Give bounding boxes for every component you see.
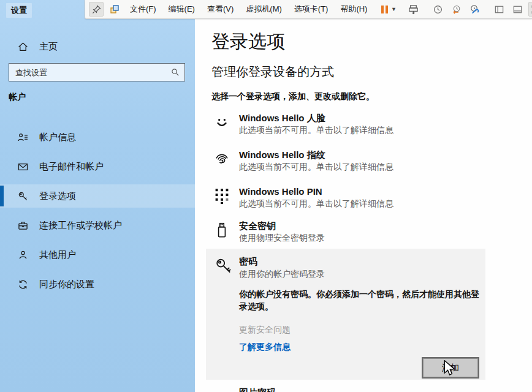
option-hello-fingerprint[interactable]: Windows Hello 指纹 此选项当前不可用。单击以了解详细信息 bbox=[211, 149, 500, 181]
pause-icon bbox=[381, 6, 388, 13]
fullscreen-button[interactable] bbox=[528, 2, 532, 17]
sidebar-item-work-school[interactable]: 连接工作或学校帐户 bbox=[0, 214, 195, 237]
update-security-questions-link[interactable]: 更新安全问题 bbox=[239, 325, 291, 336]
mail-icon bbox=[17, 161, 28, 172]
search-icon[interactable] bbox=[169, 68, 182, 77]
manage-snapshots-button[interactable] bbox=[467, 2, 482, 17]
revert-snapshot-button[interactable] bbox=[449, 2, 463, 17]
option-password[interactable]: 密码 使用你的帐户密码登录 bbox=[206, 249, 485, 283]
page-subtitle: 管理你登录设备的方式 bbox=[211, 64, 334, 80]
sidebar-item-label: 电子邮件和帐户 bbox=[39, 161, 104, 173]
option-title: Windows Hello PIN bbox=[239, 186, 322, 197]
search-input[interactable] bbox=[9, 68, 169, 77]
selected-accent-bar bbox=[0, 186, 4, 206]
person-icon bbox=[17, 249, 28, 260]
sidebar-item-email-accounts[interactable]: 电子邮件和帐户 bbox=[0, 155, 195, 178]
option-desc: 此选项当前不可用。单击以了解详细信息 bbox=[239, 198, 393, 209]
take-snapshot-button[interactable] bbox=[430, 2, 445, 17]
sidebar-item-sync-settings[interactable]: 同步你的设置 bbox=[0, 273, 195, 296]
option-desc: 使用你的帐户密码登录 bbox=[239, 269, 325, 280]
key-icon bbox=[17, 190, 28, 202]
tabs-icon[interactable] bbox=[107, 2, 122, 17]
menu-view[interactable]: 查看(V) bbox=[203, 4, 238, 15]
sidebar-item-label: 登录选项 bbox=[39, 190, 76, 202]
sidebar-section-header: 帐户 bbox=[9, 92, 26, 103]
menu-help[interactable]: 帮助(H) bbox=[336, 4, 371, 15]
sidebar-item-label: 其他用户 bbox=[39, 249, 76, 261]
option-hello-face[interactable]: Windows Hello 人脸 此选项当前不可用。单击以了解详细信息 bbox=[211, 113, 500, 145]
password-message: 你的帐户没有密码。你必须添加一个密码，然后才能使用其他登录选项。 bbox=[239, 288, 483, 312]
option-desc: 使用物理安全密钥登录 bbox=[239, 233, 325, 244]
send-ctrl-alt-del-button[interactable] bbox=[406, 2, 420, 17]
show-library-button[interactable] bbox=[492, 2, 506, 17]
pin-toolbar-button[interactable] bbox=[89, 2, 104, 17]
option-desc: 此选项当前不可用。单击以了解详细信息 bbox=[239, 162, 393, 173]
screen: 设置 主页 帐户 bbox=[0, 0, 532, 392]
window-title: 设置 bbox=[6, 3, 32, 18]
show-thumbnail-bar-button[interactable] bbox=[510, 2, 525, 17]
sidebar-item-account-info[interactable]: 帐户信息 bbox=[0, 126, 195, 149]
settings-sidebar: 设置 主页 帐户 bbox=[0, 0, 195, 392]
menu-file[interactable]: 文件(F) bbox=[126, 4, 161, 15]
option-security-key[interactable]: 安全密钥 使用物理安全密钥登录 bbox=[211, 221, 500, 252]
add-button[interactable]: 添加 bbox=[423, 358, 478, 377]
intro-text: 选择一个登录选项，添加、更改或删除它。 bbox=[211, 91, 374, 102]
fingerprint-icon bbox=[213, 151, 230, 168]
caret-down-icon: ▼ bbox=[391, 6, 397, 12]
sidebar-item-label: 主页 bbox=[39, 41, 58, 53]
face-icon bbox=[213, 114, 230, 131]
option-title: Windows Hello 人脸 bbox=[239, 113, 325, 124]
option-desc: 此选项当前不可用。单击以了解详细信息 bbox=[239, 125, 393, 136]
learn-more-link[interactable]: 了解更多信息 bbox=[239, 342, 291, 353]
pause-vm-button[interactable]: ▼ bbox=[381, 2, 396, 17]
search-box bbox=[9, 63, 185, 81]
page-title: 登录选项 bbox=[211, 29, 285, 55]
briefcase-icon bbox=[17, 220, 28, 231]
account-info-icon bbox=[17, 132, 28, 143]
sync-icon bbox=[17, 279, 28, 290]
sidebar-item-label: 连接工作或学校帐户 bbox=[39, 220, 122, 232]
pin-pad-icon bbox=[213, 187, 230, 205]
signin-options-page: 登录选项 管理你登录设备的方式 选择一个登录选项，添加、更改或删除它。 Wind… bbox=[195, 0, 532, 392]
option-hello-pin[interactable]: Windows Hello PIN 此选项当前不可用。单击以了解详细信息 bbox=[211, 186, 500, 218]
vm-toolbar: 文件(F) 编辑(E) 查看(V) 虚拟机(M) 选项卡(T) 帮助(H) ▼ bbox=[85, 0, 532, 19]
option-picture-password[interactable]: 图片密码 bbox=[239, 387, 276, 392]
sidebar-item-label: 同步你的设置 bbox=[39, 279, 94, 290]
password-key-icon bbox=[215, 257, 233, 276]
menu-vm[interactable]: 虚拟机(M) bbox=[241, 4, 286, 15]
home-icon bbox=[17, 41, 28, 52]
sidebar-item-label: 帐户信息 bbox=[39, 132, 76, 143]
option-title: Windows Hello 指纹 bbox=[239, 149, 325, 161]
sidebar-item-other-users[interactable]: 其他用户 bbox=[0, 243, 195, 266]
menu-edit[interactable]: 编辑(E) bbox=[164, 4, 199, 15]
option-title: 安全密钥 bbox=[239, 221, 276, 232]
password-section: 密码 使用你的帐户密码登录 你的帐户没有密码。你必须添加一个密码，然后才能使用其… bbox=[206, 249, 485, 380]
sidebar-item-home[interactable]: 主页 bbox=[0, 35, 195, 58]
option-title: 密码 bbox=[239, 256, 257, 268]
sidebar-item-signin-options[interactable]: 登录选项 bbox=[0, 184, 195, 208]
usb-key-icon bbox=[213, 222, 230, 239]
menu-tabs[interactable]: 选项卡(T) bbox=[290, 4, 333, 15]
